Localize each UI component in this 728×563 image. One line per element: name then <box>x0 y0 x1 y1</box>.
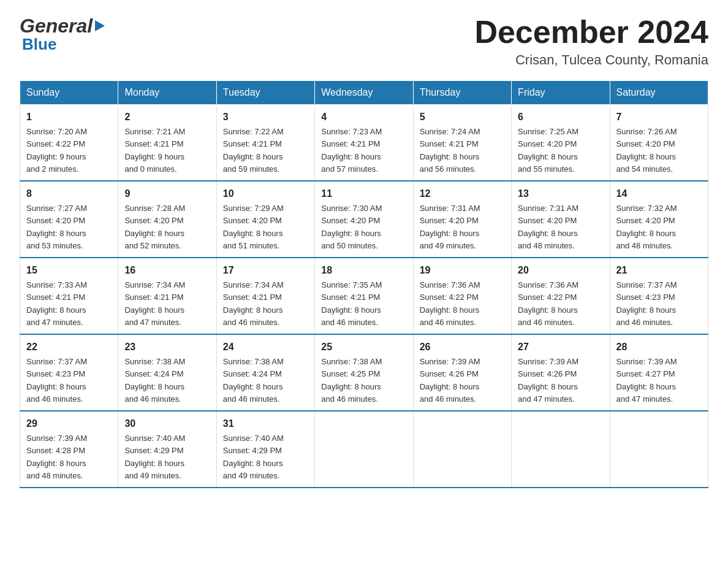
day-info: Sunrise: 7:37 AMSunset: 4:23 PMDaylight:… <box>616 280 677 327</box>
day-info: Sunrise: 7:39 AMSunset: 4:26 PMDaylight:… <box>518 357 578 404</box>
table-row <box>413 411 511 488</box>
table-row <box>512 411 610 488</box>
day-number: 20 <box>518 263 603 278</box>
day-info: Sunrise: 7:29 AMSunset: 4:20 PMDaylight:… <box>223 204 284 250</box>
day-number: 6 <box>518 110 603 124</box>
day-number: 11 <box>321 186 406 201</box>
day-number: 10 <box>223 186 308 201</box>
day-number: 14 <box>616 186 702 201</box>
table-row <box>315 411 413 488</box>
day-number: 26 <box>420 340 505 354</box>
calendar-week-row: 8 Sunrise: 7:27 AMSunset: 4:20 PMDayligh… <box>20 181 708 258</box>
table-row: 9 Sunrise: 7:28 AMSunset: 4:20 PMDayligh… <box>118 181 216 258</box>
day-number: 13 <box>518 186 603 201</box>
day-info: Sunrise: 7:36 AMSunset: 4:22 PMDaylight:… <box>518 280 578 327</box>
table-row: 29 Sunrise: 7:39 AMSunset: 4:28 PMDaylig… <box>20 411 118 488</box>
table-row: 4 Sunrise: 7:23 AMSunset: 4:21 PMDayligh… <box>315 105 413 182</box>
day-number: 9 <box>124 186 210 201</box>
day-number: 3 <box>223 110 308 124</box>
day-info: Sunrise: 7:39 AMSunset: 4:27 PMDaylight:… <box>616 357 677 404</box>
page-header: General Blue December 2024 Crisan, Tulce… <box>20 15 708 68</box>
calendar-week-row: 22 Sunrise: 7:37 AMSunset: 4:23 PMDaylig… <box>20 334 708 411</box>
svg-marker-0 <box>95 20 105 31</box>
day-info: Sunrise: 7:37 AMSunset: 4:23 PMDaylight:… <box>26 357 87 404</box>
col-wednesday: Wednesday <box>315 81 413 105</box>
table-row: 1 Sunrise: 7:20 AMSunset: 4:22 PMDayligh… <box>20 105 118 182</box>
table-row: 20 Sunrise: 7:36 AMSunset: 4:22 PMDaylig… <box>512 258 610 334</box>
day-info: Sunrise: 7:32 AMSunset: 4:20 PMDaylight:… <box>616 204 677 250</box>
day-number: 23 <box>124 340 210 354</box>
calendar-week-row: 15 Sunrise: 7:33 AMSunset: 4:21 PMDaylig… <box>20 258 708 334</box>
table-row: 10 Sunrise: 7:29 AMSunset: 4:20 PMDaylig… <box>216 181 314 258</box>
day-number: 16 <box>124 263 210 278</box>
table-row: 17 Sunrise: 7:34 AMSunset: 4:21 PMDaylig… <box>216 258 314 334</box>
day-info: Sunrise: 7:38 AMSunset: 4:24 PMDaylight:… <box>124 357 185 404</box>
day-number: 30 <box>124 416 210 431</box>
col-sunday: Sunday <box>20 81 118 105</box>
day-info: Sunrise: 7:22 AMSunset: 4:21 PMDaylight:… <box>223 127 284 174</box>
table-row: 2 Sunrise: 7:21 AMSunset: 4:21 PMDayligh… <box>118 105 216 182</box>
table-row: 26 Sunrise: 7:39 AMSunset: 4:26 PMDaylig… <box>413 334 511 411</box>
day-info: Sunrise: 7:39 AMSunset: 4:26 PMDaylight:… <box>420 357 480 404</box>
day-number: 17 <box>223 263 308 278</box>
day-info: Sunrise: 7:40 AMSunset: 4:29 PMDaylight:… <box>124 434 185 480</box>
day-number: 27 <box>518 340 603 354</box>
logo-blue-text: Blue <box>22 35 107 54</box>
day-info: Sunrise: 7:24 AMSunset: 4:21 PMDaylight:… <box>420 127 480 174</box>
table-row: 12 Sunrise: 7:31 AMSunset: 4:20 PMDaylig… <box>413 181 511 258</box>
day-info: Sunrise: 7:38 AMSunset: 4:24 PMDaylight:… <box>223 357 284 404</box>
table-row: 23 Sunrise: 7:38 AMSunset: 4:24 PMDaylig… <box>118 334 216 411</box>
table-row: 13 Sunrise: 7:31 AMSunset: 4:20 PMDaylig… <box>512 181 610 258</box>
day-number: 5 <box>420 110 505 124</box>
day-number: 1 <box>26 110 112 124</box>
day-info: Sunrise: 7:26 AMSunset: 4:20 PMDaylight:… <box>616 127 677 174</box>
table-row: 15 Sunrise: 7:33 AMSunset: 4:21 PMDaylig… <box>20 258 118 334</box>
col-monday: Monday <box>118 81 216 105</box>
table-row: 16 Sunrise: 7:34 AMSunset: 4:21 PMDaylig… <box>118 258 216 334</box>
table-row: 28 Sunrise: 7:39 AMSunset: 4:27 PMDaylig… <box>610 334 708 411</box>
day-number: 31 <box>223 416 308 431</box>
table-row: 30 Sunrise: 7:40 AMSunset: 4:29 PMDaylig… <box>118 411 216 488</box>
location-title: Crisan, Tulcea County, Romania <box>474 52 708 68</box>
table-row: 19 Sunrise: 7:36 AMSunset: 4:22 PMDaylig… <box>413 258 511 334</box>
day-number: 29 <box>26 416 112 431</box>
day-info: Sunrise: 7:30 AMSunset: 4:20 PMDaylight:… <box>321 204 382 250</box>
table-row: 21 Sunrise: 7:37 AMSunset: 4:23 PMDaylig… <box>610 258 708 334</box>
day-info: Sunrise: 7:27 AMSunset: 4:20 PMDaylight:… <box>26 204 87 250</box>
col-saturday: Saturday <box>610 81 708 105</box>
day-info: Sunrise: 7:31 AMSunset: 4:20 PMDaylight:… <box>518 204 578 250</box>
day-info: Sunrise: 7:36 AMSunset: 4:22 PMDaylight:… <box>420 280 480 327</box>
table-row: 24 Sunrise: 7:38 AMSunset: 4:24 PMDaylig… <box>216 334 314 411</box>
day-number: 19 <box>420 263 505 278</box>
logo: General Blue <box>20 15 107 54</box>
day-info: Sunrise: 7:39 AMSunset: 4:28 PMDaylight:… <box>26 434 87 480</box>
table-row: 18 Sunrise: 7:35 AMSunset: 4:21 PMDaylig… <box>315 258 413 334</box>
day-info: Sunrise: 7:34 AMSunset: 4:21 PMDaylight:… <box>124 280 185 327</box>
col-tuesday: Tuesday <box>216 81 314 105</box>
table-row: 11 Sunrise: 7:30 AMSunset: 4:20 PMDaylig… <box>315 181 413 258</box>
logo-arrow-icon <box>94 19 107 33</box>
calendar-header-row: Sunday Monday Tuesday Wednesday Thursday… <box>20 81 708 105</box>
table-row <box>610 411 708 488</box>
day-info: Sunrise: 7:20 AMSunset: 4:22 PMDaylight:… <box>26 127 87 174</box>
title-area: December 2024 Crisan, Tulcea County, Rom… <box>474 15 708 68</box>
table-row: 25 Sunrise: 7:38 AMSunset: 4:25 PMDaylig… <box>315 334 413 411</box>
day-number: 8 <box>26 186 112 201</box>
logo-general-text: General <box>20 15 93 37</box>
table-row: 5 Sunrise: 7:24 AMSunset: 4:21 PMDayligh… <box>413 105 511 182</box>
day-info: Sunrise: 7:31 AMSunset: 4:20 PMDaylight:… <box>420 204 480 250</box>
day-number: 22 <box>26 340 112 354</box>
day-number: 28 <box>616 340 702 354</box>
day-number: 7 <box>616 110 702 124</box>
day-number: 4 <box>321 110 406 124</box>
day-number: 15 <box>26 263 112 278</box>
day-number: 21 <box>616 263 702 278</box>
col-friday: Friday <box>512 81 610 105</box>
table-row: 22 Sunrise: 7:37 AMSunset: 4:23 PMDaylig… <box>20 334 118 411</box>
day-number: 12 <box>420 186 505 201</box>
day-info: Sunrise: 7:35 AMSunset: 4:21 PMDaylight:… <box>321 280 382 327</box>
calendar-table: Sunday Monday Tuesday Wednesday Thursday… <box>20 80 708 488</box>
table-row: 7 Sunrise: 7:26 AMSunset: 4:20 PMDayligh… <box>610 105 708 182</box>
day-number: 2 <box>124 110 210 124</box>
day-info: Sunrise: 7:21 AMSunset: 4:21 PMDaylight:… <box>124 127 185 174</box>
